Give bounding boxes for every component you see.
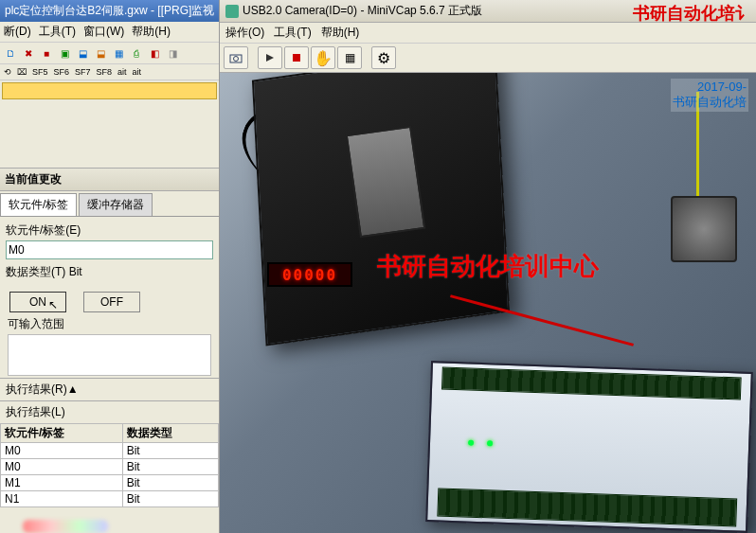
plc-unit bbox=[425, 361, 753, 533]
datatype-label: 数据类型(T) Bit bbox=[6, 264, 213, 280]
col-type[interactable]: 数据类型 bbox=[122, 424, 218, 443]
menu-window[interactable]: 窗口(W) bbox=[83, 24, 124, 40]
menu-help[interactable]: 帮助(H) bbox=[132, 24, 171, 40]
device-label: 软元件/标签(E) bbox=[6, 222, 213, 239]
record-icon bbox=[292, 53, 301, 62]
toolbar-icon[interactable]: ◨ bbox=[164, 44, 181, 62]
input-range-box bbox=[8, 334, 211, 376]
play-icon bbox=[265, 53, 275, 62]
plc-terminals-top bbox=[441, 367, 742, 400]
device-input[interactable] bbox=[6, 240, 213, 259]
toolbar-icon[interactable]: ⬓ bbox=[92, 44, 109, 62]
result-header-list: 执行结果(L) bbox=[0, 400, 219, 423]
toolbar-icon[interactable]: ⎙ bbox=[128, 44, 145, 62]
toolbar-icon[interactable]: ■ bbox=[38, 44, 55, 62]
form-area: 软元件/标签(E) 数据类型(T) Bit bbox=[0, 217, 219, 288]
hand-icon: ✋ bbox=[314, 49, 333, 67]
video-feed: 00000 书研自动化培训中心 2017-09- 书研自动化培 bbox=[220, 73, 756, 533]
settings-button[interactable]: ⚙ bbox=[371, 46, 396, 69]
tab-device-label[interactable]: 软元件/标签 bbox=[0, 193, 77, 216]
camera-capture-panel: 书研自动化培讠 USB2.0 Camera(ID=0) - MiniVCap 5… bbox=[220, 0, 756, 533]
svg-marker-2 bbox=[266, 54, 274, 62]
device-tabs: 软元件/标签 缓冲存储器 bbox=[0, 193, 219, 217]
right-title-text: USB2.0 Camera(ID=0) - MiniVCap 5.6.7 正式版 bbox=[243, 3, 482, 19]
gear-icon: ⚙ bbox=[377, 49, 390, 67]
fkey-btn[interactable]: ait bbox=[116, 66, 129, 78]
play-button[interactable] bbox=[258, 46, 282, 69]
blurred-region bbox=[23, 520, 108, 533]
off-button[interactable]: OFF bbox=[83, 292, 140, 312]
menu-operation[interactable]: 操作(O) bbox=[225, 25, 264, 41]
camera-icon bbox=[225, 5, 239, 18]
table-row[interactable]: M0Bit bbox=[1, 459, 219, 475]
svg-rect-3 bbox=[293, 54, 300, 62]
grid-icon: ▦ bbox=[345, 51, 355, 64]
toolbar-icon[interactable]: 🗋 bbox=[2, 44, 19, 62]
drive-connector bbox=[346, 126, 426, 239]
on-button[interactable]: ON ↖ bbox=[9, 292, 66, 312]
camera-icon bbox=[229, 52, 243, 63]
date-overlay: 2017-09- 书研自动化培 bbox=[671, 79, 748, 112]
fkey-btn[interactable]: SF7 bbox=[73, 66, 93, 78]
tab-buffer-memory[interactable]: 缓冲存储器 bbox=[79, 193, 153, 216]
left-toolbar-row2: ⟲ ⌧ SF5 SF6 SF7 SF8 ait ait bbox=[0, 64, 219, 80]
left-toolbar-row1: 🗋 ✖ ■ ▣ ⬓ ⬓ ▦ ⎙ ◧ ◨ bbox=[0, 43, 219, 64]
svg-point-1 bbox=[234, 57, 239, 62]
watermark-top-right: 书研自动化培讠 bbox=[633, 2, 752, 25]
toolbar-icon[interactable]: ⬓ bbox=[74, 44, 91, 62]
plc-software-panel: plc定位控制台达B2伺服.gxw - [[PRG]监视 断(D) 工具(T) … bbox=[0, 0, 220, 533]
cable-red bbox=[450, 294, 634, 346]
toolbar-icon[interactable]: ▣ bbox=[56, 44, 73, 62]
table-row[interactable]: M0Bit bbox=[1, 443, 219, 459]
left-title-bar: plc定位控制台达B2伺服.gxw - [[PRG]监视 bbox=[0, 0, 219, 22]
plc-led-icon bbox=[468, 440, 474, 446]
grid-button[interactable]: ▦ bbox=[337, 46, 362, 69]
toolbar-icon[interactable]: ▦ bbox=[110, 44, 127, 62]
servo-motor bbox=[671, 196, 737, 262]
menu-debug[interactable]: 断(D) bbox=[4, 24, 31, 40]
left-menu-bar: 断(D) 工具(T) 窗口(W) 帮助(H) bbox=[0, 22, 219, 43]
snapshot-button[interactable] bbox=[224, 46, 248, 69]
cursor-icon: ↖ bbox=[48, 298, 58, 311]
drive-led-display: 00000 bbox=[267, 262, 352, 287]
result-header-collapse[interactable]: 执行结果(R)▲ bbox=[0, 378, 219, 400]
yellow-highlight-bar[interactable] bbox=[2, 82, 217, 99]
table-row[interactable]: N1Bit bbox=[1, 491, 219, 507]
right-menu-bar: 操作(O) 工具(T) 帮助(H) bbox=[220, 23, 756, 44]
fkey-btn[interactable]: ⟲ bbox=[2, 66, 13, 78]
result-table: 软元件/标签 数据类型 M0Bit M0Bit M1Bit N1Bit bbox=[0, 423, 219, 507]
menu-tools[interactable]: 工具(T) bbox=[39, 24, 76, 40]
fkey-btn[interactable]: SF6 bbox=[52, 66, 72, 78]
fkey-btn[interactable]: SF8 bbox=[95, 66, 115, 78]
plc-terminals-bottom bbox=[437, 488, 737, 526]
on-off-buttons: ON ↖ OFF bbox=[0, 288, 219, 316]
table-row[interactable]: M1Bit bbox=[1, 475, 219, 491]
input-range-label: 可输入范围 bbox=[0, 316, 219, 332]
record-button[interactable] bbox=[284, 46, 309, 69]
col-device[interactable]: 软元件/标签 bbox=[1, 424, 123, 443]
toolbar-icon[interactable]: ✖ bbox=[20, 44, 37, 62]
menu-help-right[interactable]: 帮助(H) bbox=[321, 25, 360, 41]
watermark-center: 书研自动化培训中心 bbox=[377, 250, 599, 283]
fkey-btn[interactable]: SF5 bbox=[30, 66, 50, 78]
menu-tools-right[interactable]: 工具(T) bbox=[274, 25, 311, 41]
right-toolbar: ✋ ▦ ⚙ bbox=[220, 44, 756, 73]
current-value-change-header: 当前值更改 bbox=[0, 168, 219, 191]
plc-led-icon bbox=[487, 440, 493, 446]
fkey-btn[interactable]: ⌧ bbox=[15, 66, 28, 78]
toolbar-icon[interactable]: ◧ bbox=[146, 44, 163, 62]
fkey-btn[interactable]: ait bbox=[131, 66, 144, 78]
hand-button[interactable]: ✋ bbox=[311, 46, 335, 69]
